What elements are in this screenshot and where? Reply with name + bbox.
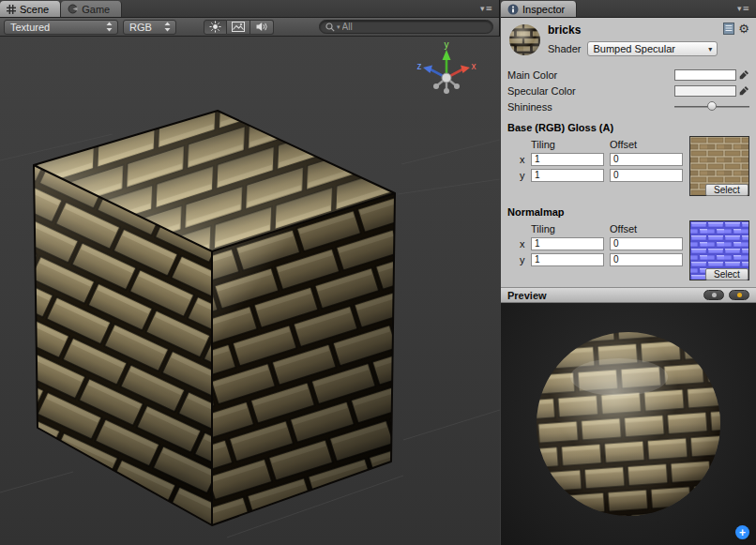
effects-toggle-button[interactable] (227, 20, 250, 35)
speaker-icon (256, 22, 268, 32)
tab-scene[interactable]: Scene (0, 1, 61, 17)
scene-toggle-group (204, 20, 274, 35)
preview-plus-button[interactable]: + (735, 525, 749, 539)
preview-area[interactable]: + (501, 303, 756, 545)
gizmo-z-label: z (417, 61, 422, 71)
normal-select-button[interactable]: Select (705, 268, 748, 280)
shininess-slider[interactable] (674, 100, 749, 113)
gizmo-center[interactable] (442, 73, 451, 83)
base-tiling-x-input[interactable] (531, 153, 604, 166)
scene-toolbar: Textured RGB (0, 18, 499, 37)
tab-inspector-label: Inspector (522, 4, 565, 15)
inspector-body: bricks Shader Bumped Specular ▾ (501, 18, 756, 287)
scene-grid-icon (7, 5, 16, 14)
orientation-gizmo[interactable]: y x z (414, 40, 479, 106)
scene-pane: Scene Game ▾≡ Textured RGB (0, 0, 500, 545)
preview-panel: Preview (501, 287, 756, 545)
preview-sphere (529, 325, 728, 523)
main-color-picker-icon[interactable] (739, 69, 749, 80)
sun-icon (209, 21, 221, 33)
lighting-toggle-button[interactable] (204, 20, 227, 35)
normal-tiling-y-input[interactable] (531, 253, 604, 266)
normal-offset-y-input[interactable] (610, 253, 683, 266)
normal-tiling-header: Tiling (531, 223, 610, 235)
doc-icon[interactable] (723, 23, 734, 35)
shininess-label: Shininess (507, 101, 552, 113)
normal-offset-header: Offset (610, 223, 688, 235)
shininess-slider-thumb[interactable] (707, 101, 717, 111)
normal-offset-x-input[interactable] (610, 237, 683, 250)
material-header: bricks Shader Bumped Specular ▾ (507, 22, 749, 67)
color-mode-label: RGB (129, 22, 159, 33)
image-icon (232, 22, 245, 32)
shininess-row: Shininess (507, 98, 749, 114)
gizmo-y-label: y (445, 40, 449, 50)
normalmap-label: Normalmap (507, 206, 749, 221)
preview-option-button-2[interactable] (729, 290, 749, 300)
base-map-section: Base (RGB) Gloss (A) Tiling Offset x y (507, 122, 749, 199)
tab-game[interactable]: Game (61, 1, 122, 17)
tab-scene-label: Scene (20, 4, 49, 15)
base-map-label: Base (RGB) Gloss (A) (507, 122, 749, 137)
material-header-icons: ⚙ (723, 22, 749, 67)
material-info: bricks Shader Bumped Specular ▾ (548, 22, 718, 67)
base-tiling-y-input[interactable] (531, 169, 604, 182)
base-y-label: y (507, 170, 531, 181)
inspector-pane: Inspector ▾≡ (501, 0, 756, 545)
shader-label: Shader (548, 43, 581, 54)
draw-mode-label: Textured (10, 22, 100, 33)
preview-title: Preview (507, 290, 547, 301)
normal-y-label: y (507, 254, 531, 265)
preview-header: Preview (501, 287, 756, 303)
material-name: bricks (548, 23, 718, 37)
search-scope-arrow-icon[interactable]: ▾ (337, 23, 340, 31)
normal-x-label: x (507, 238, 531, 250)
brick-cube[interactable] (34, 111, 395, 525)
specular-color-row: Specular Color (507, 83, 749, 98)
base-offset-x-input[interactable] (610, 153, 683, 166)
inspector-pane-menu-icon[interactable]: ▾≡ (732, 4, 756, 13)
gray-dot-icon (712, 293, 717, 297)
search-icon (325, 23, 335, 32)
updown-arrows-icon (164, 22, 171, 32)
draw-mode-dropdown[interactable]: Textured (4, 20, 118, 35)
scene-canvas[interactable] (0, 37, 500, 545)
preview-option-button-1[interactable] (703, 290, 724, 300)
specular-color-picker-icon[interactable] (739, 85, 749, 96)
audio-toggle-button[interactable] (250, 20, 274, 35)
dropdown-arrow-icon: ▾ (708, 45, 712, 53)
scene-viewport[interactable]: y x z (0, 37, 500, 545)
base-tiling-header: Tiling (531, 139, 610, 150)
game-icon (68, 4, 78, 14)
color-mode-dropdown[interactable]: RGB (123, 20, 176, 35)
specular-color-label: Specular Color (507, 85, 576, 97)
scene-tabbar: Scene Game ▾≡ (0, 0, 499, 18)
main-color-swatch[interactable] (674, 69, 736, 81)
inspector-tabbar: Inspector ▾≡ (501, 0, 756, 18)
base-offset-y-input[interactable] (610, 169, 683, 182)
tab-inspector[interactable]: Inspector (501, 1, 577, 17)
specular-color-swatch[interactable] (674, 85, 736, 97)
normalmap-section: Normalmap Tiling Offset x y (507, 206, 749, 283)
info-icon (507, 4, 519, 15)
tab-game-label: Game (82, 4, 110, 15)
gizmo-x-label: x (472, 61, 476, 71)
normal-tiling-x-input[interactable] (531, 237, 604, 250)
updown-arrows-icon (106, 22, 113, 32)
shader-value: Bumped Specular (593, 43, 708, 54)
scene-pane-menu-icon[interactable]: ▾≡ (475, 4, 499, 13)
search-input[interactable] (342, 22, 486, 32)
yellow-dot-icon (737, 293, 742, 297)
material-preview-thumb[interactable] (507, 23, 542, 57)
gear-icon[interactable]: ⚙ (738, 23, 749, 35)
base-select-button[interactable]: Select (705, 184, 748, 196)
unity-editor-window: Scene Game ▾≡ Textured RGB (0, 0, 756, 545)
shader-dropdown[interactable]: Bumped Specular ▾ (587, 41, 718, 56)
base-x-label: x (507, 154, 531, 165)
base-offset-header: Offset (610, 139, 688, 150)
main-color-row: Main Color (507, 67, 749, 83)
main-color-label: Main Color (507, 69, 557, 81)
scene-search-field[interactable]: ▾ (319, 20, 493, 34)
